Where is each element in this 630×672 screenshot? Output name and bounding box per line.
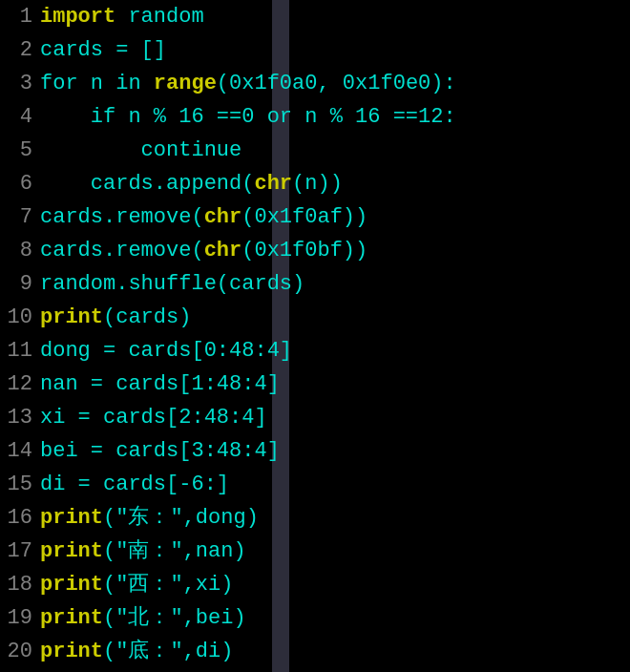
line-num-12: 12 [0, 368, 32, 401]
code-line-3: for n in range(0x1f0a0, 0x1f0e0): [40, 67, 630, 100]
code-line-10: print(cards) [40, 301, 630, 334]
code-line-9: random.shuffle(cards) [40, 267, 630, 301]
code-lines: import random cards = [] for n in range(… [40, 0, 630, 668]
line-num-15: 15 [0, 468, 32, 501]
code-line-12: nan = cards[1:48:4] [40, 368, 630, 401]
line-num-17: 17 [0, 535, 32, 568]
code-line-16: print("东：",dong) [40, 501, 630, 535]
line-num-3: 3 [0, 67, 32, 100]
code-line-14: bei = cards[3:48:4] [40, 434, 630, 468]
line-num-20: 20 [0, 635, 32, 668]
line-num-14: 14 [0, 434, 32, 468]
line-num-18: 18 [0, 568, 32, 601]
line-num-10: 10 [0, 301, 32, 334]
code-line-19: print("北：",bei) [40, 601, 630, 635]
code-line-13: xi = cards[2:48:4] [40, 401, 630, 434]
line-num-6: 6 [0, 167, 32, 200]
code-line-2: cards = [] [40, 33, 630, 67]
line-num-2: 2 [0, 33, 32, 67]
code-line-5: continue [40, 134, 630, 167]
code-line-1: import random [40, 0, 630, 33]
code-editor: 1 2 3 4 5 6 7 8 9 10 11 12 13 14 15 16 1… [0, 0, 630, 672]
line-num-1: 1 [0, 0, 32, 33]
code-line-8: cards.remove(chr(0x1f0bf)) [40, 234, 630, 267]
code-line-15: di = cards[-6:] [40, 468, 630, 501]
code-line-7: cards.remove(chr(0x1f0af)) [40, 200, 630, 234]
code-line-20: print("底：",di) [40, 635, 630, 668]
line-num-19: 19 [0, 601, 32, 635]
line-num-11: 11 [0, 334, 32, 368]
line-num-16: 16 [0, 501, 32, 535]
code-area[interactable]: import random cards = [] for n in range(… [40, 0, 630, 672]
line-num-4: 4 [0, 100, 32, 134]
code-line-4: if n % 16 ==0 or n % 16 ==12: [40, 100, 630, 134]
line-number-gutter: 1 2 3 4 5 6 7 8 9 10 11 12 13 14 15 16 1… [0, 0, 40, 672]
code-line-6: cards.append(chr(n)) [40, 167, 630, 200]
line-num-9: 9 [0, 267, 32, 301]
line-num-8: 8 [0, 234, 32, 267]
code-line-18: print("西：",xi) [40, 568, 630, 601]
code-line-11: dong = cards[0:48:4] [40, 334, 630, 368]
line-num-13: 13 [0, 401, 32, 434]
line-num-5: 5 [0, 134, 32, 167]
line-num-7: 7 [0, 200, 32, 234]
code-line-17: print("南：",nan) [40, 535, 630, 568]
